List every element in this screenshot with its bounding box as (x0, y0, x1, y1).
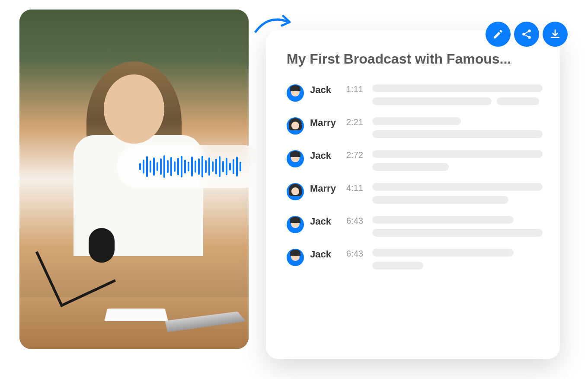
speaker-name: Jack (310, 84, 340, 96)
svg-point-2 (528, 36, 531, 39)
share-icon (521, 29, 532, 40)
timestamp: 2:21 (346, 117, 366, 127)
transcript-row[interactable]: Jack6:43 (287, 216, 543, 237)
text-placeholder-lines (372, 216, 543, 237)
text-placeholder-lines (372, 117, 543, 138)
share-button[interactable] (514, 22, 539, 47)
transcript-row[interactable]: Jack2:72 (287, 150, 543, 171)
text-placeholder-lines (372, 150, 543, 171)
speaker-name: Jack (310, 249, 340, 260)
svg-point-0 (528, 29, 531, 32)
transcript-list: Jack1:11Marry2:21Jack2:72Marry4:11Jack6:… (287, 84, 543, 270)
avatar (287, 117, 304, 135)
timestamp: 4:11 (346, 183, 366, 193)
avatar (287, 216, 304, 233)
audio-waveform-overlay (117, 145, 264, 188)
waveform-icon (139, 155, 241, 178)
avatar (287, 84, 304, 102)
avatar (287, 249, 304, 266)
avatar (287, 183, 304, 200)
speaker-name: Jack (310, 216, 340, 227)
speaker-name: Marry (310, 183, 340, 194)
svg-point-1 (522, 33, 525, 36)
transcript-row[interactable]: Jack1:11 (287, 84, 543, 105)
svg-line-3 (525, 32, 528, 33)
transcript-row[interactable]: Marry2:21 (287, 117, 543, 138)
download-button[interactable] (543, 22, 568, 47)
transcript-row[interactable]: Jack6:43 (287, 249, 543, 270)
text-placeholder-lines (372, 84, 543, 105)
timestamp: 6:43 (346, 216, 366, 226)
edit-button[interactable] (486, 22, 511, 47)
timestamp: 2:72 (346, 150, 366, 160)
transcript-title: My First Broadcast with Famous... (287, 51, 543, 67)
avatar (287, 150, 304, 167)
download-icon (550, 29, 561, 40)
speaker-name: Marry (310, 117, 340, 128)
timestamp: 1:11 (346, 84, 366, 94)
transcript-row[interactable]: Marry4:11 (287, 183, 543, 204)
transcript-card: My First Broadcast with Famous... Jack1:… (266, 30, 560, 359)
text-placeholder-lines (372, 183, 543, 204)
arrow-icon (251, 11, 298, 41)
timestamp: 6:43 (346, 249, 366, 259)
text-placeholder-lines (372, 249, 543, 270)
svg-line-4 (525, 35, 528, 37)
pencil-icon (492, 29, 504, 40)
speaker-name: Jack (310, 150, 340, 161)
